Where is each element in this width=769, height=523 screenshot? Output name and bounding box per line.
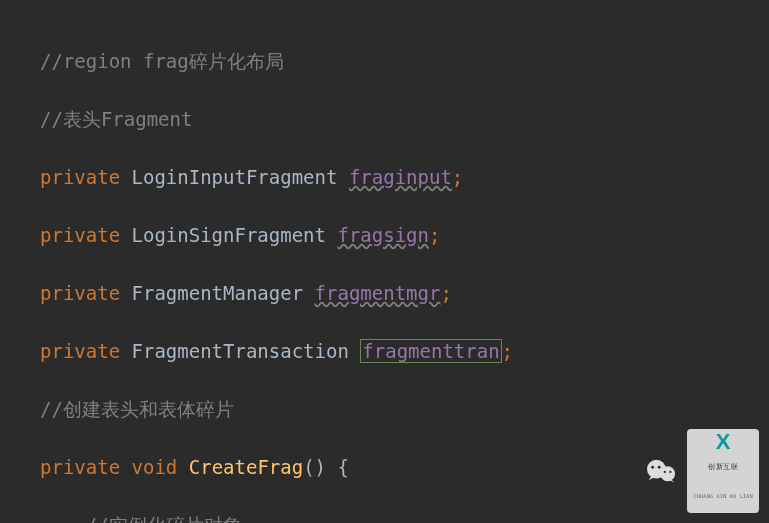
keyword: private [40,166,120,188]
keyword: void [132,456,178,478]
logo-sub: CHUANG XIN HU LIAN [693,482,753,511]
keyword: private [40,224,120,246]
code-line: private FragmentManager fragmentmgr; [40,279,769,308]
svg-point-5 [670,471,672,473]
field-name: fragsign [337,224,429,246]
type: LoginSignFragment [132,224,326,246]
code-line: //region frag碎片化布局 [40,47,769,76]
svg-point-1 [661,466,676,481]
svg-point-3 [658,466,661,469]
type: FragmentManager [132,282,304,304]
code-line: private LoginSignFragment fragsign; [40,221,769,250]
field-name-highlighted: fragmenttran [360,339,501,363]
comment: //创建表头和表体碎片 [40,398,234,420]
keyword: private [40,340,120,362]
logo-mark: X [716,431,731,453]
svg-point-2 [652,466,655,469]
logo-text: 创新互联 [708,453,738,482]
method-name: CreateFrag [189,456,303,478]
watermark-footer: X 创新互联 CHUANG XIN HU LIAN [645,429,759,513]
code-line: //创建表头和表体碎片 [40,395,769,424]
comment: //region frag碎片化布局 [40,50,284,72]
wechat-icon [645,457,679,485]
keyword: private [40,456,120,478]
code-line: private FragmentTransaction fragmenttran… [40,337,769,366]
company-logo: X 创新互联 CHUANG XIN HU LIAN [687,429,759,513]
code-line: private LoginInputFragment fraginput; [40,163,769,192]
comment: //实例化碎片对象 [86,514,242,523]
code-line: //表头Fragment [40,105,769,134]
field-name: fragmentmgr [315,282,441,304]
type: FragmentTransaction [132,340,349,362]
svg-point-4 [664,471,666,473]
keyword: private [40,282,120,304]
field-name: fraginput [349,166,452,188]
comment: //表头Fragment [40,108,192,130]
type: LoginInputFragment [132,166,338,188]
